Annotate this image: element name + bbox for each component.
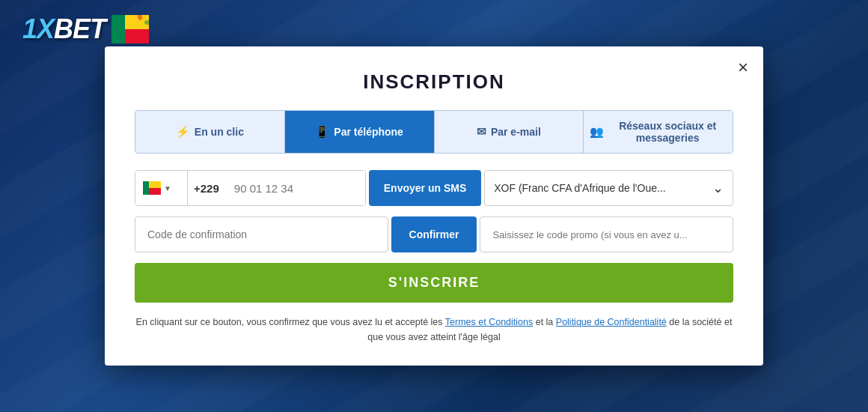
phone-icon: 📱 <box>315 125 329 139</box>
tab-par-email[interactable]: ✉ Par e-mail <box>435 111 584 153</box>
confirm-promo-row: Confirmer <box>135 216 733 252</box>
currency-label: XOF (Franc CFA d'Afrique de l'Oue... <box>494 182 665 194</box>
currency-chevron-icon: ⌄ <box>712 180 724 196</box>
legal-text-middle: et la <box>533 317 556 327</box>
legal-text: En cliquant sur ce bouton, vous confirme… <box>135 315 733 345</box>
modal: × INSCRIPTION ⚡ En un clic 📱 Par télépho… <box>105 46 763 366</box>
phone-group: ▼ +229 <box>135 170 366 206</box>
logo-area: 1XBET <box>22 13 149 45</box>
tab-en-un-clic[interactable]: ⚡ En un clic <box>135 111 285 153</box>
tabs-container: ⚡ En un clic 📱 Par téléphone ✉ Par e-mai… <box>135 110 733 154</box>
send-sms-button[interactable]: Envoyer un SMS <box>369 170 481 206</box>
tab-par-telephone[interactable]: 📱 Par téléphone <box>285 111 435 153</box>
register-button[interactable]: S'INSCRIRE <box>135 263 733 303</box>
tab-en-un-clic-label: En un clic <box>195 126 244 138</box>
modal-title: INSCRIPTION <box>135 70 733 94</box>
confirm-button[interactable]: Confirmer <box>391 216 477 252</box>
privacy-link[interactable]: Politique de Confidentialité <box>556 317 667 327</box>
country-chevron-icon: ▼ <box>164 184 171 193</box>
tab-par-email-label: Par e-mail <box>491 126 541 138</box>
modal-backdrop: × INSCRIPTION ⚡ En un clic 📱 Par télépho… <box>0 0 868 412</box>
social-icon: 👥 <box>590 125 604 139</box>
benin-flag <box>111 15 149 43</box>
currency-selector[interactable]: XOF (Franc CFA d'Afrique de l'Oue... ⌄ <box>484 170 733 206</box>
promo-code-input[interactable] <box>480 216 733 252</box>
email-icon: ✉ <box>477 125 486 139</box>
tab-reseaux-sociaux[interactable]: 👥 Réseaux sociaux et messageries <box>584 111 733 153</box>
logo-text: 1XBET <box>22 13 106 45</box>
phone-input[interactable] <box>225 171 366 205</box>
tab-par-telephone-label: Par téléphone <box>334 126 403 138</box>
close-button[interactable]: × <box>738 58 748 76</box>
svg-rect-0 <box>111 15 125 43</box>
svg-rect-2 <box>125 29 149 43</box>
country-selector[interactable]: ▼ <box>135 171 188 205</box>
svg-rect-7 <box>149 181 161 188</box>
tab-reseaux-sociaux-label: Réseaux sociaux et messageries <box>608 120 727 144</box>
svg-rect-8 <box>149 188 161 195</box>
legal-text-before: En cliquant sur ce bouton, vous confirme… <box>136 317 445 327</box>
country-flag-icon <box>143 181 161 195</box>
terms-link[interactable]: Termes et Conditions <box>445 317 533 327</box>
phone-currency-row: ▼ +229 Envoyer un SMS XOF (Franc CFA d'A… <box>135 170 733 206</box>
country-code: +229 <box>188 171 225 205</box>
confirmation-code-input[interactable] <box>135 216 388 252</box>
svg-rect-6 <box>143 181 149 195</box>
bolt-icon: ⚡ <box>176 125 190 139</box>
